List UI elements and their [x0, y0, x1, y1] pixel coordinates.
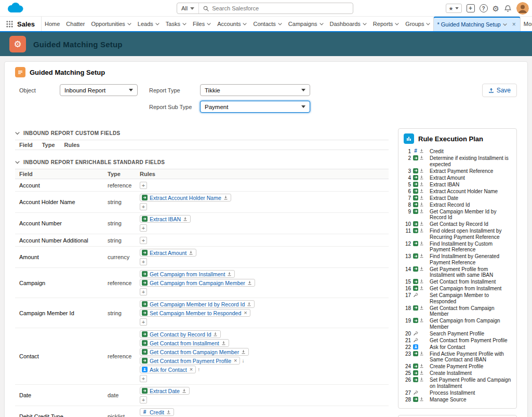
- rule-link[interactable]: Get Campaign from Installment: [150, 271, 225, 277]
- rule-link[interactable]: Extract Date: [150, 388, 180, 394]
- favorites-icon[interactable]: ★: [446, 4, 462, 13]
- remove-rule-icon[interactable]: ×: [244, 310, 247, 316]
- rule-link[interactable]: Credit: [150, 409, 164, 415]
- rule-pill[interactable]: Extract Account Holder Name: [140, 194, 231, 201]
- add-rule-button[interactable]: +: [140, 288, 147, 295]
- add-rule-button[interactable]: +: [140, 318, 147, 326]
- add-rule-button[interactable]: +: [140, 396, 147, 403]
- field-type: reference: [108, 182, 140, 189]
- download-icon[interactable]: [247, 302, 251, 306]
- rule-link[interactable]: Get Campaign from Campaign Member: [150, 280, 245, 286]
- rule-pill[interactable]: #Credit: [140, 408, 174, 416]
- app-name[interactable]: Sales: [17, 17, 42, 31]
- download-icon[interactable]: [189, 250, 193, 255]
- download-icon[interactable]: [247, 280, 252, 285]
- download-icon[interactable]: [221, 341, 226, 345]
- rule-pill[interactable]: Extract Amount: [140, 249, 196, 257]
- rule-pill[interactable]: Get Campaign Member Id by Record Id: [140, 300, 255, 308]
- nav-tab-active[interactable]: * Guided Matching Setup×: [433, 17, 520, 31]
- section-standard-fields-header[interactable]: INBOUND REPORT ENRICHABLE STANDARD FIELD…: [15, 159, 389, 165]
- add-icon[interactable]: +: [467, 4, 475, 12]
- add-rule-button[interactable]: +: [140, 237, 147, 244]
- rule-link[interactable]: Ask for Contact: [150, 367, 187, 373]
- report-sub-type-select[interactable]: Payment: [200, 101, 310, 113]
- nav-tab-leads[interactable]: Leads: [135, 17, 163, 31]
- plan-number: 14: [404, 266, 411, 278]
- app-launcher-icon[interactable]: [0, 17, 17, 31]
- nav-tab-dashboards[interactable]: Dashboards: [327, 17, 370, 31]
- nav-tab-accounts[interactable]: Accounts: [214, 17, 250, 31]
- nav-tab-opportunities[interactable]: Opportunities: [88, 17, 134, 31]
- move-up-icon[interactable]: ↑: [197, 367, 200, 372]
- nav-tab-home[interactable]: Home: [42, 17, 63, 31]
- rule-link[interactable]: Get Contact from Campaign Member: [150, 349, 239, 355]
- avatar[interactable]: [516, 2, 529, 15]
- download-icon[interactable]: [241, 349, 246, 354]
- rule-pill[interactable]: Ask for Contact×: [140, 366, 196, 373]
- nav-tab-more[interactable]: More: [521, 17, 532, 31]
- object-select[interactable]: Inbound Report: [60, 84, 138, 96]
- add-rule-button[interactable]: +: [140, 224, 147, 232]
- save-button[interactable]: Save: [482, 84, 517, 97]
- rule-pill[interactable]: Get Contact from Payment Profile×: [140, 357, 240, 365]
- rule-link[interactable]: Set Campaign Member to Responded: [150, 310, 241, 316]
- search-input[interactable]: [212, 5, 349, 11]
- nav-tab-groups[interactable]: Groups: [402, 17, 433, 31]
- remove-rule-icon[interactable]: ×: [190, 367, 193, 372]
- nav-tab-reports[interactable]: Reports: [370, 17, 403, 31]
- rule-link[interactable]: Extract IBAN: [150, 216, 181, 222]
- download-icon[interactable]: [223, 195, 228, 200]
- rule-link[interactable]: Get Contact by Record Id: [150, 331, 211, 338]
- rule-link[interactable]: Extract Amount: [150, 250, 187, 256]
- rule-pill[interactable]: Get Contact from Installment: [140, 339, 229, 347]
- download-icon[interactable]: [166, 410, 171, 414]
- rule-link[interactable]: Get Contact from Payment Profile: [150, 358, 231, 364]
- rule-link[interactable]: Get Contact from Installment: [150, 340, 219, 346]
- add-rule-button[interactable]: +: [140, 258, 147, 265]
- nav-tab-files[interactable]: Files: [190, 17, 214, 31]
- tab-label: Tasks: [166, 21, 180, 27]
- search-scope-dropdown[interactable]: All: [177, 3, 199, 14]
- tab-close-icon[interactable]: ×: [511, 21, 517, 28]
- rule-link[interactable]: Get Campaign Member Id by Record Id: [150, 301, 245, 307]
- setup-icon[interactable]: ⚙: [493, 5, 499, 12]
- nav-tab-campaigns[interactable]: Campaigns: [285, 17, 327, 31]
- rule-icon: [413, 241, 418, 246]
- rule-pill[interactable]: Extract Date: [140, 387, 190, 395]
- rule-pill[interactable]: Get Campaign from Campaign Member: [140, 279, 255, 287]
- rule-pill[interactable]: Get Campaign from Installment: [140, 270, 235, 278]
- plan-item: 18Get Contact from Campaign Member: [404, 305, 511, 317]
- chevron-down-icon: [503, 23, 507, 26]
- report-type-select[interactable]: Tikkie: [200, 84, 310, 96]
- download-icon[interactable]: [182, 388, 187, 393]
- tab-label: Accounts: [217, 21, 241, 27]
- add-rule-button[interactable]: +: [140, 375, 147, 382]
- nav-tab-chatter[interactable]: Chatter: [63, 17, 88, 31]
- rule-pill[interactable]: Extract IBAN: [140, 215, 191, 223]
- notifications-icon[interactable]: [504, 5, 512, 12]
- rule-pill[interactable]: Get Contact by Record Id: [140, 330, 221, 338]
- download-icon: [419, 149, 424, 153]
- tab-label: Reports: [373, 21, 393, 27]
- remove-rule-icon[interactable]: ×: [234, 358, 237, 364]
- nav-tab-contacts[interactable]: Contacts: [250, 17, 285, 31]
- help-icon[interactable]: ?: [480, 4, 488, 12]
- page-title: Guided Matching Setup: [33, 40, 123, 49]
- field-type: string: [108, 310, 140, 316]
- download-icon[interactable]: [183, 217, 188, 221]
- field-rules: Extract Account Holder Name+: [140, 193, 384, 211]
- field-name: Campaign Member Id: [19, 310, 108, 316]
- plan-icons: [413, 377, 428, 389]
- section-custom-fields-header[interactable]: INBOUND REPORT CUSTOM FIELDS: [15, 130, 389, 136]
- download-icon: [419, 397, 424, 401]
- add-rule-button[interactable]: +: [140, 182, 147, 189]
- rule-link[interactable]: Extract Account Holder Name: [150, 195, 221, 201]
- add-rule-button[interactable]: +: [140, 203, 147, 210]
- download-icon[interactable]: [213, 332, 218, 337]
- move-down-icon[interactable]: ↓: [242, 358, 244, 364]
- field-rules: Extract Amount+: [140, 248, 384, 266]
- rule-pill[interactable]: Get Contact from Campaign Member: [140, 348, 249, 356]
- nav-tab-tasks[interactable]: Tasks: [163, 17, 190, 31]
- rule-pill[interactable]: Set Campaign Member to Responded×: [140, 309, 250, 317]
- download-icon[interactable]: [227, 272, 232, 276]
